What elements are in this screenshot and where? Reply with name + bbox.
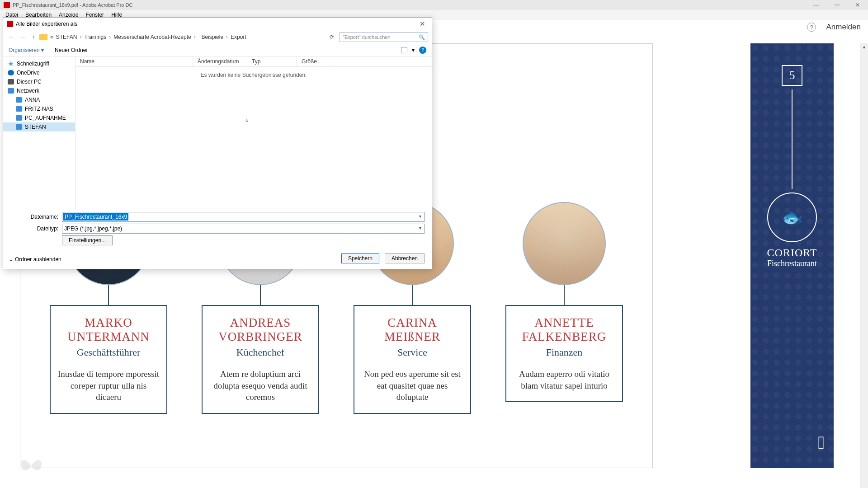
member-desc: Non ped eos aperume sit est eat quasitet… bbox=[361, 368, 464, 403]
acrobat-icon bbox=[4, 2, 10, 8]
chevron-down-icon[interactable]: ▾ bbox=[419, 225, 421, 230]
avatar bbox=[523, 202, 606, 285]
search-input[interactable]: "Export" durchsuchen 🔍 bbox=[340, 32, 428, 42]
column-header[interactable]: Größe bbox=[297, 56, 333, 66]
member-role: Küchenchef bbox=[209, 347, 312, 358]
minimize-button[interactable]: — bbox=[806, 0, 826, 10]
logo-icon: 🐟 bbox=[767, 192, 817, 242]
member-desc: Atem re doluptium arci dolupta esequo ve… bbox=[209, 368, 312, 403]
breadcrumb[interactable]: Messerscharfe Acrobat-Rezepte bbox=[113, 34, 191, 40]
member-role: Geschäftsführer bbox=[57, 347, 160, 358]
save-button[interactable]: Speichern bbox=[341, 253, 379, 263]
tree-quick-access[interactable]: Schnellzugriff bbox=[3, 59, 75, 68]
maximize-button[interactable]: ▭ bbox=[826, 0, 847, 10]
team-member: ANNETTE FALKENBERG Finanzen Audam eaperr… bbox=[505, 202, 623, 414]
member-name: ANDREAS VORBRINGER bbox=[209, 316, 312, 344]
filename-label: Dateiname: bbox=[10, 214, 62, 220]
page-number: 5 bbox=[782, 65, 802, 86]
folder-icon bbox=[39, 34, 47, 40]
collapse-icon[interactable]: ⌄ bbox=[9, 256, 13, 263]
settings-button[interactable]: Einstellungen... bbox=[62, 235, 113, 245]
search-icon: 🔍 bbox=[419, 34, 425, 40]
member-name: CARINA MEIßNER bbox=[361, 316, 464, 344]
tree-network[interactable]: Netzwerk bbox=[3, 86, 75, 95]
help-button[interactable]: ? bbox=[419, 47, 426, 54]
hook-icon: 𓍲 bbox=[818, 432, 825, 453]
chevron-down-icon[interactable]: ▾ bbox=[412, 47, 415, 53]
filename-input[interactable]: PP_Fischrestaurant_16x9 ▾ bbox=[62, 212, 425, 222]
tree-onedrive[interactable]: OneDrive bbox=[3, 68, 75, 77]
member-role: Finanzen bbox=[513, 347, 616, 358]
breadcrumb[interactable]: « bbox=[50, 34, 53, 40]
column-header[interactable]: Name bbox=[75, 56, 193, 66]
folder-tree: Schnellzugriff OneDrive Dieser PC Netzwe… bbox=[3, 56, 75, 209]
app-titlebar: PP_Fischrestaurant_16x9.pdf - Adobe Acro… bbox=[0, 0, 868, 10]
refresh-button[interactable]: ⟳ bbox=[327, 34, 337, 40]
filetype-label: Dateityp: bbox=[10, 225, 62, 232]
breadcrumb[interactable]: STEFAN bbox=[56, 34, 77, 40]
hide-folders-link[interactable]: Ordner ausblenden bbox=[15, 256, 61, 263]
breadcrumb[interactable]: _Beispiele bbox=[198, 34, 223, 40]
breadcrumb[interactable]: Trainings bbox=[84, 34, 106, 40]
tree-drive-selected[interactable]: STEFAN bbox=[3, 122, 75, 131]
column-header[interactable]: Änderungsdatum bbox=[193, 56, 247, 66]
member-desc: Inusdae di tempore mporessit coreper rup… bbox=[57, 368, 160, 403]
tree-drive[interactable]: FRITZ-NAS bbox=[3, 104, 75, 113]
member-desc: Audam eaperro odi vitatio blam vitatur s… bbox=[513, 368, 616, 391]
vertical-scrollbar[interactable]: ▲ bbox=[860, 43, 868, 488]
pdf-sidebar: 5 🐟 CORIORT Fischrestaurant 𓍲 bbox=[750, 43, 834, 468]
member-name: MARKO UNTERMANN bbox=[57, 316, 160, 344]
member-name: ANNETTE FALKENBERG bbox=[513, 316, 616, 344]
empty-message: Es wurden keine Suchergebnisse gefunden. bbox=[75, 72, 432, 78]
column-header[interactable]: Typ bbox=[247, 56, 297, 66]
tree-drive[interactable]: PC_AUFNAHME bbox=[3, 113, 75, 122]
nav-up-button[interactable]: ↑ bbox=[30, 34, 37, 40]
brand-name: CORIORT bbox=[767, 247, 817, 259]
help-icon[interactable]: ? bbox=[807, 23, 816, 32]
watermark-butterfly-icon bbox=[15, 450, 47, 482]
member-role: Service bbox=[361, 347, 464, 358]
tree-drive[interactable]: ANNA bbox=[3, 95, 75, 104]
search-placeholder: "Export" durchsuchen bbox=[343, 34, 391, 40]
dialog-close-button[interactable]: ✕ bbox=[417, 20, 428, 28]
filetype-select[interactable]: JPEG (*.jpg,*.jpeg,*.jpe) ▾ bbox=[62, 224, 425, 234]
chevron-down-icon[interactable]: ▾ bbox=[419, 214, 421, 219]
view-mode-button[interactable] bbox=[401, 47, 407, 53]
nav-back-button[interactable]: ← bbox=[7, 34, 16, 40]
nav-forward-button[interactable]: → bbox=[19, 34, 28, 40]
breadcrumb[interactable]: Export bbox=[231, 34, 246, 40]
brand-sub: Fischrestaurant bbox=[767, 259, 817, 268]
new-folder-button[interactable]: Neuer Ordner bbox=[55, 47, 88, 53]
organize-button[interactable]: Organisieren ▾ bbox=[9, 47, 44, 53]
cancel-button[interactable]: Abbrechen bbox=[385, 253, 425, 263]
dialog-title: Alle Bilder exportieren als bbox=[16, 21, 77, 27]
save-dialog: Alle Bilder exportieren als ✕ ← → ↑ « ST… bbox=[3, 17, 432, 269]
file-list: Name Änderungsdatum Typ Größe Es wurden … bbox=[75, 56, 432, 209]
tree-this-pc[interactable]: Dieser PC bbox=[3, 77, 75, 86]
sign-in-link[interactable]: Anmelden bbox=[826, 23, 861, 32]
close-button[interactable]: ✕ bbox=[847, 0, 868, 10]
acrobat-icon bbox=[7, 21, 13, 27]
title-text: PP_Fischrestaurant_16x9.pdf - Adobe Acro… bbox=[13, 2, 132, 8]
